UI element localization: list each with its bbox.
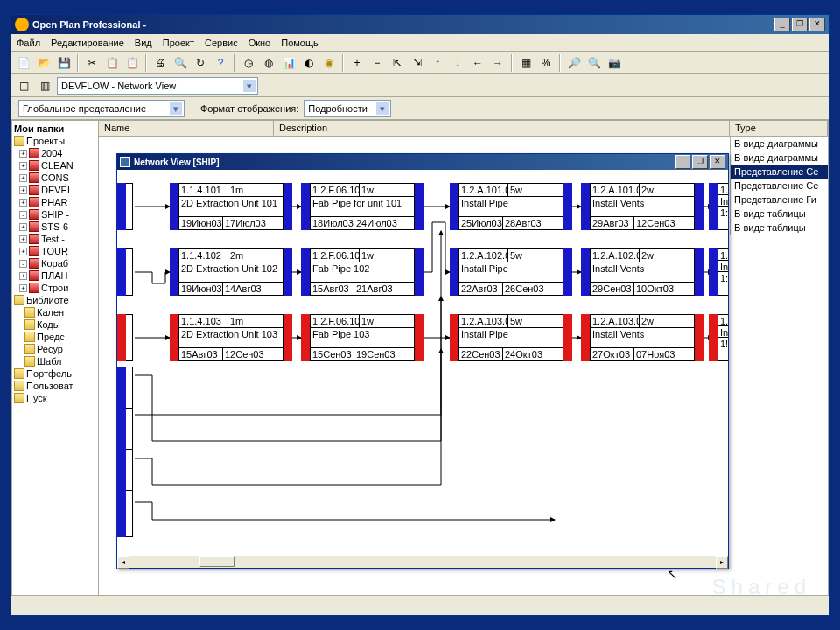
network-node[interactable]: 1.2.A.101.092wInstall Vents29Авг0312Сен0… [581, 183, 704, 230]
global-view-dropdown[interactable]: Глобальное представление [18, 100, 185, 117]
tree-item[interactable]: Ресур [14, 343, 96, 355]
minus-icon[interactable]: − [368, 54, 386, 72]
tree-library[interactable]: Библиоте [26, 295, 69, 305]
open-icon[interactable]: 📂 [35, 54, 52, 72]
expand-icon[interactable]: ⇱ [388, 54, 406, 72]
network-node[interactable]: 1.2.F.06.1011wFab Pipe for unit 10118Июл… [301, 183, 424, 230]
tree-item[interactable]: +CLEAN [14, 159, 96, 172]
menu-file[interactable]: Файл [17, 38, 40, 48]
network-node[interactable]: 1.2.A.103.065wInstall Pipe22Сен0324Окт03 [450, 314, 572, 361]
type-row[interactable]: В виде таблицы [731, 206, 828, 220]
tree-item[interactable]: +2004 [14, 147, 96, 159]
tree-item[interactable]: Пуск [14, 392, 96, 404]
tree-item[interactable]: Коды [14, 318, 96, 331]
tree-item[interactable]: +Test - [14, 233, 96, 245]
scroll-left-button[interactable]: ◂ [117, 556, 130, 569]
new-icon[interactable]: 📄 [15, 54, 32, 72]
view-icon-1[interactable]: ◫ [15, 77, 32, 94]
tree-item[interactable]: +Строи [14, 282, 96, 294]
menu-edit[interactable]: Редактирование [51, 38, 124, 48]
copy-icon[interactable]: 📋 [103, 54, 121, 72]
down-icon[interactable]: ↓ [449, 54, 466, 72]
percent-icon[interactable]: % [537, 54, 555, 72]
type-row[interactable]: В виде диаграммы [731, 136, 828, 150]
tree-item[interactable]: +STS-6 [14, 220, 96, 233]
plus-icon[interactable]: + [348, 54, 366, 72]
tree-item[interactable]: Предс [14, 331, 96, 343]
grid-icon[interactable]: ▦ [517, 54, 535, 72]
refresh-icon[interactable]: ↻ [192, 54, 209, 72]
menu-view[interactable]: Вид [135, 38, 152, 48]
cut-icon[interactable]: ✂ [83, 54, 101, 72]
cost-icon[interactable]: ◉ [320, 54, 338, 72]
network-node[interactable]: 1.2.A.101.065wInstall Pipe25Июл0328Авг03 [450, 183, 572, 230]
tree-item[interactable]: Шабл [14, 355, 96, 368]
col-type[interactable]: Type [730, 121, 828, 136]
tree-projects[interactable]: Проекты [26, 136, 65, 146]
network-node-partial[interactable]: 1.In1! [709, 314, 728, 361]
view-icon-2[interactable]: ▥ [36, 77, 53, 94]
inner-titlebar[interactable]: Network View [SHIP] _ ❐ ✕ [117, 154, 728, 170]
zoom-icon[interactable]: 🔎 [565, 54, 583, 72]
tree-item[interactable]: +PHAR [14, 196, 96, 208]
type-row[interactable]: Представление Се [731, 178, 828, 192]
tree-item[interactable]: Кален [14, 306, 96, 318]
inner-min-button[interactable]: _ [675, 155, 690, 169]
tree-item[interactable]: -Кораб [14, 257, 96, 270]
collapse-icon[interactable]: ⇲ [409, 54, 426, 72]
camera-icon[interactable]: 📷 [606, 54, 623, 72]
right-icon[interactable]: → [489, 54, 507, 72]
titlebar[interactable]: Open Plan Professional - _ ❐ ✕ [11, 15, 829, 34]
scroll-right-button[interactable]: ▸ [716, 556, 728, 569]
network-node[interactable]: 1.2.A.102.092wInstall Vents29Сен0310Окт0… [581, 248, 704, 296]
save-icon[interactable]: 💾 [55, 54, 73, 72]
find-icon[interactable]: 🔍 [585, 54, 603, 72]
resource-icon[interactable]: ◐ [300, 54, 318, 72]
h-scrollbar[interactable]: ◂ ▸ [117, 556, 728, 568]
menu-service[interactable]: Сервис [205, 38, 238, 48]
scroll-thumb[interactable] [200, 556, 234, 567]
inner-close-button[interactable]: ✕ [710, 155, 725, 169]
network-node[interactable]: 1.2.A.103.092wInstall Vents27Окт0307Ноя0… [581, 314, 704, 361]
tree-panel[interactable]: Мои папки Проекты +2004+CLEAN+CONS+DEVEL… [11, 120, 99, 596]
left-icon[interactable]: ← [469, 54, 486, 72]
close-button[interactable]: ✕ [809, 18, 825, 32]
type-row[interactable]: В виде диаграммы [731, 150, 828, 164]
network-node[interactable]: 1.1.4.1022m2D Extraction Unit 10219Июн03… [170, 248, 292, 296]
network-canvas[interactable]: 1.1.4.1011m2D Extraction Unit 10119Июн03… [117, 170, 728, 556]
print-icon[interactable]: 🖨 [151, 54, 169, 72]
clock-icon[interactable]: ◷ [240, 54, 257, 72]
network-node[interactable]: 1.2.F.06.1021wFab Pipe 10215Авг0321Авг03 [301, 248, 424, 296]
network-node[interactable]: 1.1.4.1031m2D Extraction Unit 10315Авг03… [170, 314, 292, 361]
view-dropdown[interactable]: DEVFLOW - Network View [57, 77, 258, 94]
up-icon[interactable]: ↑ [429, 54, 446, 72]
globe-icon[interactable]: ◍ [260, 54, 277, 72]
menu-help[interactable]: Помощь [281, 38, 318, 48]
network-node[interactable]: 1.2.A.102.065wInstall Pipe22Авг0326Сен03 [450, 248, 572, 296]
col-name[interactable]: Name [99, 121, 274, 136]
format-dropdown[interactable]: Подробности [304, 100, 391, 117]
network-node-partial[interactable]: 1.In1: [709, 183, 728, 230]
menu-project[interactable]: Проект [163, 38, 194, 48]
maximize-button[interactable]: ❐ [792, 18, 808, 32]
network-node-partial[interactable]: 1.In1: [709, 248, 728, 296]
network-node[interactable]: 1.1.4.1011m2D Extraction Unit 10119Июн03… [170, 183, 292, 230]
inner-max-button[interactable]: ❐ [692, 155, 708, 169]
type-row[interactable]: В виде таблицы [731, 220, 828, 234]
tree-item[interactable]: +CONS [14, 172, 96, 184]
type-row[interactable]: Представление Ги [731, 192, 828, 206]
tree-item[interactable]: Портфель [14, 368, 96, 380]
network-node[interactable]: 1.2.F.06.1031wFab Pipe 10315Сен0319Сен03 [301, 314, 424, 361]
menu-window[interactable]: Окно [248, 38, 271, 48]
tree-item[interactable]: +DEVEL [14, 184, 96, 196]
type-row[interactable]: Представление Се [731, 164, 828, 178]
tree-item[interactable]: +TOUR [14, 245, 96, 257]
preview-icon[interactable]: 🔍 [172, 54, 189, 72]
help-icon[interactable]: ? [212, 54, 229, 72]
col-desc[interactable]: Description [274, 121, 730, 136]
chart-icon[interactable]: 📊 [280, 54, 298, 72]
minimize-button[interactable]: _ [774, 18, 790, 32]
paste-icon[interactable]: 📋 [123, 54, 141, 72]
tree-item[interactable]: -SHIP - [14, 208, 96, 220]
tree-item[interactable]: Пользоват [14, 380, 96, 392]
